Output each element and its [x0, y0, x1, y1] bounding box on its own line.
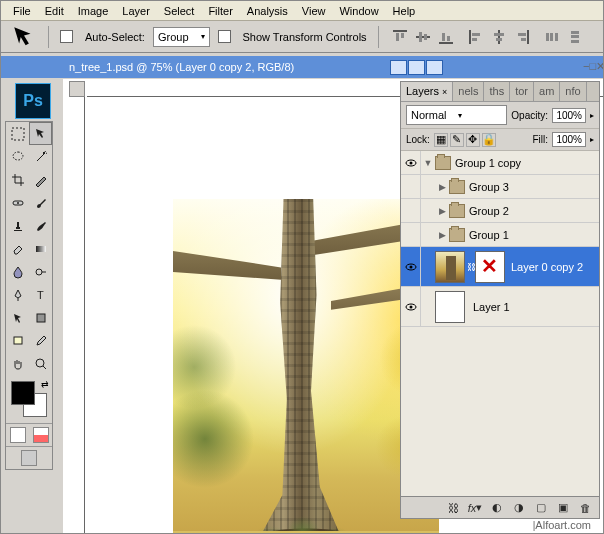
visibility-toggle[interactable]: [401, 287, 421, 326]
distribute-h-icon[interactable]: [542, 28, 562, 46]
layer-name[interactable]: Group 3: [469, 181, 509, 193]
menu-file[interactable]: File: [7, 3, 37, 18]
new-group-icon[interactable]: ▢: [533, 500, 549, 516]
disclosure-triangle-icon[interactable]: ▶: [439, 206, 446, 216]
tab-info[interactable]: nfo: [560, 82, 586, 101]
blend-mode-combo[interactable]: Normal▾: [406, 105, 507, 125]
layer-name[interactable]: Group 2: [469, 205, 509, 217]
layer-name[interactable]: Group 1 copy: [455, 157, 521, 169]
color-swatches[interactable]: ⇄: [9, 379, 49, 419]
eyedropper-tool[interactable]: [29, 329, 52, 352]
menu-edit[interactable]: Edit: [39, 3, 70, 18]
close-icon[interactable]: ×: [442, 87, 447, 97]
show-transform-checkbox[interactable]: [218, 30, 231, 43]
layer-row-layer0copy2[interactable]: ⛓ Layer 0 copy 2: [401, 247, 599, 287]
visibility-toggle[interactable]: [401, 199, 421, 222]
move-tool[interactable]: [29, 122, 52, 145]
menu-help[interactable]: Help: [387, 3, 422, 18]
link-layers-icon[interactable]: ⛓: [445, 500, 461, 516]
align-bottom-icon[interactable]: [436, 28, 456, 46]
foreground-color[interactable]: [11, 381, 35, 405]
layer-row-group1[interactable]: ▶ Group 1: [401, 223, 599, 247]
layer-row-layer1[interactable]: Layer 1: [401, 287, 599, 327]
distribute-v-icon[interactable]: [565, 28, 585, 46]
tab-histogram[interactable]: am: [534, 82, 560, 101]
visibility-toggle[interactable]: [401, 223, 421, 246]
caret-down-icon[interactable]: ▸: [590, 135, 594, 144]
align-top-icon[interactable]: [390, 28, 410, 46]
layer-row-group2[interactable]: ▶ Group 2: [401, 199, 599, 223]
align-right-icon[interactable]: [512, 28, 532, 46]
layer-row-group1copy[interactable]: ▼ Group 1 copy: [401, 151, 599, 175]
layer-row-group3[interactable]: ▶ Group 3: [401, 175, 599, 199]
slice-tool[interactable]: [29, 168, 52, 191]
tab-channels[interactable]: nels: [453, 82, 484, 101]
ruler-vertical[interactable]: [69, 81, 85, 533]
align-hcenter-icon[interactable]: [489, 28, 509, 46]
disclosure-triangle-icon[interactable]: ▶: [439, 230, 446, 240]
type-tool[interactable]: T: [29, 283, 52, 306]
history-brush-tool[interactable]: [29, 214, 52, 237]
mask-link-icon[interactable]: ⛓: [467, 262, 475, 272]
visibility-toggle[interactable]: [401, 151, 421, 174]
minimize-button[interactable]: [390, 60, 407, 75]
shape-tool[interactable]: [29, 306, 52, 329]
notes-tool[interactable]: [6, 329, 29, 352]
brush-tool[interactable]: [29, 191, 52, 214]
adjustment-layer-icon[interactable]: ◑: [511, 500, 527, 516]
blur-tool[interactable]: [6, 260, 29, 283]
panel-close-icon[interactable]: −□✕: [583, 60, 597, 74]
heal-tool[interactable]: [6, 191, 29, 214]
pen-tool[interactable]: [6, 283, 29, 306]
marquee-tool[interactable]: [6, 122, 29, 145]
mask-thumbnail[interactable]: [475, 251, 505, 283]
menu-window[interactable]: Window: [333, 3, 384, 18]
move-tool-icon[interactable]: [11, 26, 37, 48]
stamp-tool[interactable]: [6, 214, 29, 237]
tab-layers[interactable]: Layers×: [401, 82, 453, 101]
align-vcenter-icon[interactable]: [413, 28, 433, 46]
layer-name[interactable]: Layer 1: [473, 301, 510, 313]
screen-mode-icon[interactable]: [21, 450, 37, 466]
menu-view[interactable]: View: [296, 3, 332, 18]
tab-paths[interactable]: ths: [484, 82, 510, 101]
zoom-tool[interactable]: [29, 352, 52, 375]
lock-transparency-icon[interactable]: ▦: [434, 133, 448, 147]
menu-analysis[interactable]: Analysis: [241, 3, 294, 18]
standard-mode-icon[interactable]: [10, 427, 26, 443]
disclosure-triangle-icon[interactable]: ▼: [424, 158, 433, 168]
menu-image[interactable]: Image: [72, 3, 115, 18]
fill-field[interactable]: 100%: [552, 132, 586, 147]
hand-tool[interactable]: [6, 352, 29, 375]
menu-select[interactable]: Select: [158, 3, 201, 18]
maximize-button[interactable]: [408, 60, 425, 75]
lock-pixels-icon[interactable]: ✎: [450, 133, 464, 147]
eraser-tool[interactable]: [6, 237, 29, 260]
layer-name[interactable]: Layer 0 copy 2: [511, 261, 583, 273]
path-select-tool[interactable]: [6, 306, 29, 329]
quick-mask-icon[interactable]: [33, 427, 49, 443]
wand-tool[interactable]: [29, 145, 52, 168]
auto-select-combo[interactable]: Group▾: [153, 27, 210, 47]
menu-layer[interactable]: Layer: [116, 3, 156, 18]
lasso-tool[interactable]: [6, 145, 29, 168]
caret-down-icon[interactable]: ▸: [590, 111, 594, 120]
disclosure-triangle-icon[interactable]: ▶: [439, 182, 446, 192]
gradient-tool[interactable]: [29, 237, 52, 260]
delete-layer-icon[interactable]: 🗑: [577, 500, 593, 516]
swap-colors-icon[interactable]: ⇄: [41, 379, 49, 389]
opacity-field[interactable]: 100%: [552, 108, 586, 123]
layer-style-icon[interactable]: fx▾: [467, 500, 483, 516]
tab-history[interactable]: tor: [510, 82, 534, 101]
document-titlebar[interactable]: n_tree_1.psd @ 75% (Layer 0 copy 2, RGB/…: [1, 56, 603, 78]
menu-filter[interactable]: Filter: [202, 3, 238, 18]
align-left-icon[interactable]: [466, 28, 486, 46]
lock-position-icon[interactable]: ✥: [466, 133, 480, 147]
lock-all-icon[interactable]: 🔒: [482, 133, 496, 147]
layer-thumbnail[interactable]: [435, 251, 465, 283]
close-window-button[interactable]: [426, 60, 443, 75]
dodge-tool[interactable]: [29, 260, 52, 283]
crop-tool[interactable]: [6, 168, 29, 191]
visibility-toggle[interactable]: [401, 175, 421, 198]
new-layer-icon[interactable]: ▣: [555, 500, 571, 516]
